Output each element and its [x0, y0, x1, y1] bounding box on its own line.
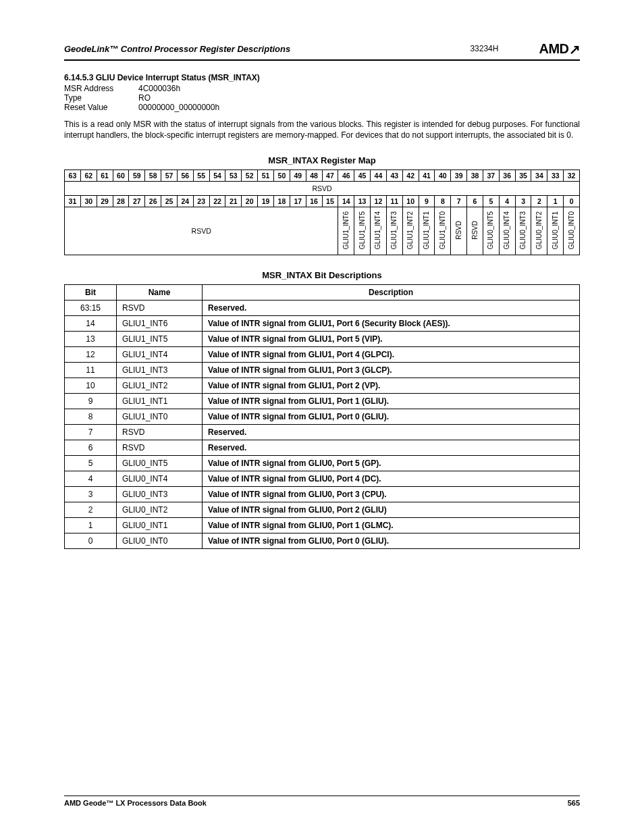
table-row: 63:15RSVDReserved.: [65, 301, 580, 316]
bit-cell: 58: [145, 170, 161, 182]
bit-cell: 54: [209, 170, 225, 182]
reset-row: Reset Value 00000000_00000000h: [64, 103, 580, 112]
table-row: 0GLIU0_INT0Value of INTR signal from GLI…: [65, 533, 580, 549]
bit-value: 7: [65, 425, 117, 440]
bit-cell: 12: [371, 196, 387, 207]
bit-cell: 39: [451, 170, 467, 182]
bit-desc: Value of INTR signal from GLIU1, Port 1 …: [203, 394, 580, 409]
type-value: RO: [138, 93, 151, 103]
bit-cell: 57: [161, 170, 178, 182]
bit-value: 4: [65, 471, 117, 487]
bit-cell: 22: [209, 196, 225, 207]
bit-name: GLIU1_INT3: [117, 363, 203, 378]
bit-cell: 42: [402, 170, 419, 182]
bit-cell: 40: [435, 170, 451, 182]
bit-cell: 51: [258, 170, 274, 182]
bit-cell: 21: [225, 196, 242, 207]
table-row: 8GLIU1_INT0Value of INTR signal from GLI…: [65, 409, 580, 425]
bit-name: GLIU1_INT1: [117, 394, 203, 409]
bit-label: GLIU1_INT2: [402, 207, 419, 255]
table-row: 10GLIU1_INT2Value of INTR signal from GL…: [65, 378, 580, 394]
bit-desc: Reserved.: [203, 440, 580, 456]
bit-desc: Value of INTR signal from GLIU1, Port 4 …: [203, 347, 580, 363]
bit-value: 63:15: [65, 301, 117, 316]
regmap-rsvd-low: RSVD: [65, 207, 338, 255]
bit-cell: 31: [65, 196, 81, 207]
bit-cell: 36: [499, 170, 515, 182]
table-row: 6RSVDReserved.: [65, 440, 580, 456]
bit-cell: 13: [354, 196, 371, 207]
bit-label: GLIU1_INT5: [354, 207, 371, 255]
bit-label: GLIU0_INT5: [483, 207, 499, 255]
bit-name: GLIU0_INT2: [117, 502, 203, 518]
bit-value: 2: [65, 502, 117, 518]
bit-label: GLIU0_INT2: [531, 207, 547, 255]
bit-cell: 34: [531, 170, 547, 182]
bit-cell: 30: [80, 196, 97, 207]
page-header: GeodeLink™ Control Processor Register De…: [64, 41, 580, 61]
bit-cell: 0: [564, 196, 580, 207]
bit-cell: 61: [97, 170, 113, 182]
bit-label: GLIU1_INT6: [338, 207, 354, 255]
bit-cell: 52: [242, 170, 258, 182]
reset-label: Reset Value: [64, 103, 138, 112]
bit-name: GLIU0_INT4: [117, 471, 203, 487]
table-row: 7RSVDReserved.: [65, 425, 580, 440]
bit-desc: Value of INTR signal from GLIU1, Port 3 …: [203, 363, 580, 378]
bit-name: GLIU1_INT2: [117, 378, 203, 394]
bit-label: GLIU1_INT3: [386, 207, 402, 255]
bit-cell: 63: [65, 170, 81, 182]
type-label: Type: [64, 93, 138, 103]
table-row: 3GLIU0_INT3Value of INTR signal from GLI…: [65, 487, 580, 502]
register-map-table: 6362616059585756555453525150494847464544…: [64, 170, 580, 255]
col-bit: Bit: [65, 285, 117, 301]
bit-name: RSVD: [117, 440, 203, 456]
bit-cell: 44: [371, 170, 387, 182]
table-row: 11GLIU1_INT3Value of INTR signal from GL…: [65, 363, 580, 378]
bit-label: GLIU0_INT1: [547, 207, 564, 255]
bit-name: GLIU1_INT5: [117, 332, 203, 347]
table-row: 12GLIU1_INT4Value of INTR signal from GL…: [65, 347, 580, 363]
bit-name: GLIU0_INT0: [117, 533, 203, 549]
bit-cell: 60: [113, 170, 129, 182]
bit-cell: 3: [515, 196, 531, 207]
bit-cell: 24: [177, 196, 193, 207]
bit-cell: 29: [97, 196, 113, 207]
reset-value: 00000000_00000000h: [138, 103, 219, 112]
bit-label: GLIU0_INT3: [515, 207, 531, 255]
bit-desc: Value of INTR signal from GLIU1, Port 0 …: [203, 409, 580, 425]
bit-desc: Value of INTR signal from GLIU0, Port 4 …: [203, 471, 580, 487]
bit-value: 1: [65, 518, 117, 533]
table-row: 13GLIU1_INT5Value of INTR signal from GL…: [65, 332, 580, 347]
header-title: GeodeLink™ Control Processor Register De…: [64, 44, 290, 54]
bit-name: GLIU0_INT5: [117, 456, 203, 471]
bit-desc: Value of INTR signal from GLIU0, Port 1 …: [203, 518, 580, 533]
table-row: 9GLIU1_INT1Value of INTR signal from GLI…: [65, 394, 580, 409]
bit-value: 11: [65, 363, 117, 378]
bit-name: RSVD: [117, 301, 203, 316]
section-body: This is a read only MSR with the status …: [64, 119, 580, 140]
bit-desc: Value of INTR signal from GLIU0, Port 2 …: [203, 502, 580, 518]
amd-logo: AMD↗: [539, 41, 580, 57]
regmap-rsvd-high: RSVD: [65, 182, 580, 196]
bit-value: 14: [65, 316, 117, 332]
bit-name: GLIU1_INT6: [117, 316, 203, 332]
table-row: 4GLIU0_INT4Value of INTR signal from GLI…: [65, 471, 580, 487]
bit-name: GLIU1_INT0: [117, 409, 203, 425]
bit-desc: Value of INTR signal from GLIU1, Port 5 …: [203, 332, 580, 347]
msr-address-label: MSR Address: [64, 84, 138, 93]
bit-value: 9: [65, 394, 117, 409]
bit-description-table: Bit Name Description 63:15RSVDReserved.1…: [64, 284, 580, 549]
bit-cell: 18: [273, 196, 290, 207]
bit-cell: 47: [322, 170, 338, 182]
bit-value: 8: [65, 409, 117, 425]
bit-cell: 41: [419, 170, 435, 182]
bit-cell: 11: [386, 196, 402, 207]
type-row: Type RO: [64, 93, 580, 103]
bit-label: GLIU1_INT4: [371, 207, 387, 255]
bit-desc: Reserved.: [203, 301, 580, 316]
table-row: 5GLIU0_INT5Value of INTR signal from GLI…: [65, 456, 580, 471]
bit-cell: 62: [80, 170, 97, 182]
bit-cell: 53: [225, 170, 242, 182]
bit-name: GLIU1_INT4: [117, 347, 203, 363]
